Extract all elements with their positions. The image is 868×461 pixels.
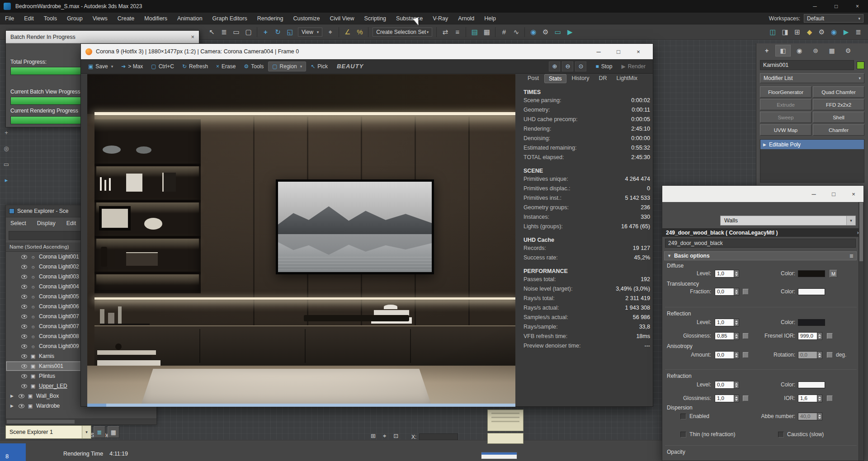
display-toggle-icon[interactable]: ◨ <box>779 28 791 36</box>
modifier-list-combo[interactable]: Modifier List ▾ <box>760 73 864 83</box>
material-node[interactable] <box>487 409 524 431</box>
zoom-fit-icon[interactable]: ⊙ <box>575 61 586 71</box>
minimize-icon[interactable]: ─ <box>804 186 824 202</box>
menu-animation[interactable]: Animation <box>172 15 208 22</box>
vfb-titlebar[interactable]: Corona 9 (Hotfix 3) | 1880×1477px (1:2) … <box>81 44 653 59</box>
render-icon[interactable]: ◉ <box>828 28 840 36</box>
pick-button[interactable]: ↖Pick <box>307 62 331 71</box>
zoom-icon[interactable]: ⌖ <box>383 433 386 440</box>
tab-lightmix[interactable]: LightMix <box>612 74 642 83</box>
translucency-fraction-spinner[interactable]: 0,0 <box>715 288 739 296</box>
selection-set-combo[interactable]: Create Selection Set ▾ <box>373 28 432 37</box>
angle-snap-icon[interactable]: ∠ <box>341 28 354 36</box>
grid-toggle-icon[interactable]: ⊞ <box>791 28 803 36</box>
utilities-tab-icon[interactable]: ⚙ <box>840 45 856 56</box>
refresh-button[interactable]: ↻Refresh <box>179 62 212 71</box>
visibility-eye-icon[interactable] <box>21 354 27 358</box>
move-icon[interactable]: + <box>259 28 272 36</box>
motion-tab-icon[interactable]: ⊚ <box>808 45 823 56</box>
menu-tools[interactable]: Tools <box>39 15 62 22</box>
menu-vray[interactable]: V-Ray <box>428 15 453 22</box>
vertical-scrollbar[interactable] <box>859 202 863 461</box>
ffd-2x2x2-button[interactable]: FFD 2x2x2 <box>813 99 864 110</box>
ribbon-toggle-icon[interactable]: ▦ <box>481 28 493 36</box>
menu-edit[interactable]: Edit <box>66 220 76 226</box>
tab-post[interactable]: Post <box>524 74 543 83</box>
expand-arrow-icon[interactable]: ▶ <box>10 404 16 408</box>
maxscript-mini-listener[interactable]: 8 <box>0 443 26 461</box>
quad-chamfer-button[interactable]: Quad Chamfer <box>813 86 864 98</box>
scrollbar-thumb[interactable] <box>7 420 75 423</box>
close-icon[interactable]: × <box>628 44 648 59</box>
refraction-glossiness-map-slot[interactable] <box>743 395 749 401</box>
menu-group[interactable]: Group <box>62 15 88 22</box>
menu-rendering[interactable]: Rendering <box>252 15 288 22</box>
stop-button[interactable]: ■Stop <box>592 62 616 71</box>
floorgenerator-button[interactable]: FloorGenerator <box>760 86 811 98</box>
menu-modifiers[interactable]: Modifiers <box>139 15 172 22</box>
glossiness-map-slot[interactable] <box>743 333 749 339</box>
visibility-eye-icon[interactable] <box>21 384 27 388</box>
zoom-out-icon[interactable]: ⊖ <box>562 61 573 71</box>
docked-rect-icon[interactable]: ▭ <box>1 161 11 168</box>
align-icon[interactable]: ≡ <box>451 28 463 36</box>
reflection-level-spinner[interactable]: 1,0 <box>715 319 739 326</box>
zoom-in-icon[interactable]: ⊕ <box>549 61 560 71</box>
translucency-color-swatch[interactable] <box>798 288 825 295</box>
menu-display[interactable]: Display <box>37 220 56 226</box>
fresnel-map-slot[interactable] <box>827 333 833 339</box>
selection-region-icon[interactable]: ▭ <box>230 28 242 36</box>
workspaces-combo[interactable]: Default ▾ <box>804 14 863 23</box>
maximize-icon[interactable]: □ <box>824 186 844 202</box>
display-mode-button[interactable]: ▦ <box>108 426 119 438</box>
scrollbar-thumb[interactable] <box>859 202 863 261</box>
stack-item-editable-poly[interactable]: ▶ Editable Poly <box>760 140 864 149</box>
material-node[interactable] <box>487 433 524 444</box>
horizontal-scrollbar[interactable] <box>6 419 156 424</box>
isolate-selection-icon[interactable]: ◫ <box>767 28 779 36</box>
refraction-level-spinner[interactable]: 0,0 <box>715 381 739 389</box>
enabled-checkbox[interactable] <box>680 414 686 419</box>
close-icon[interactable]: × <box>847 0 868 13</box>
menu-select[interactable]: Select <box>10 220 26 226</box>
menu-arnold[interactable]: Arnold <box>453 15 479 22</box>
visibility-eye-icon[interactable] <box>21 255 27 259</box>
scale-icon[interactable]: ◱ <box>284 28 296 36</box>
batch-dialog-titlebar[interactable]: Batch Render In Progress × <box>6 31 199 43</box>
send-to-max-button[interactable]: ➔> Max <box>118 62 146 71</box>
rotation-map-slot[interactable] <box>827 352 833 358</box>
object-name-field[interactable]: Karnis001 <box>760 60 854 70</box>
visibility-eye-icon[interactable] <box>21 295 27 299</box>
docked-circle-icon[interactable]: ◎ <box>1 145 11 152</box>
list-icon[interactable]: ≣ <box>852 28 864 36</box>
minimize-icon[interactable]: ─ <box>804 0 826 13</box>
diffuse-level-spinner[interactable]: 1,0 <box>715 270 739 278</box>
visibility-eye-icon[interactable] <box>21 285 27 289</box>
minimize-icon[interactable]: ─ <box>589 44 609 59</box>
percent-snap-icon[interactable]: % <box>354 28 366 36</box>
erase-button[interactable]: ×Erase <box>212 62 239 71</box>
diffuse-map-button[interactable]: M <box>830 270 837 278</box>
abbe-number-spinner[interactable]: 40,0 <box>798 413 822 420</box>
layer-manager-icon[interactable]: ▤ <box>468 28 481 36</box>
reflection-glossiness-spinner[interactable]: 0,85 <box>715 332 739 340</box>
menu-civil-view[interactable]: Civil View <box>325 15 359 22</box>
anisotropy-map-slot[interactable] <box>743 352 749 358</box>
material-node-minibar[interactable] <box>481 452 517 459</box>
use-pivot-center-icon[interactable]: ⌖ <box>324 28 336 36</box>
scene-explorer-selector-combo[interactable]: Scene Explorer 1 ▾ <box>5 425 91 439</box>
chamfer-button[interactable]: Chamfer <box>813 124 864 136</box>
maximize-icon[interactable]: □ <box>826 0 847 13</box>
thin-checkbox[interactable] <box>680 432 686 437</box>
render-setup-icon[interactable]: ⚙ <box>539 28 552 36</box>
visibility-eye-icon[interactable] <box>19 394 24 398</box>
close-icon[interactable]: × <box>844 186 863 202</box>
close-icon[interactable]: × <box>191 33 194 40</box>
select-by-name-icon[interactable]: ≣ <box>218 28 230 36</box>
maximize-viewport-icon[interactable]: ⊡ <box>393 433 398 440</box>
create-tab-icon[interactable]: + <box>759 45 774 56</box>
diffuse-color-swatch[interactable] <box>798 270 825 277</box>
visibility-eye-icon[interactable] <box>21 265 27 269</box>
visibility-eye-icon[interactable] <box>21 364 27 368</box>
extrude-button[interactable]: Extrude <box>760 99 811 110</box>
